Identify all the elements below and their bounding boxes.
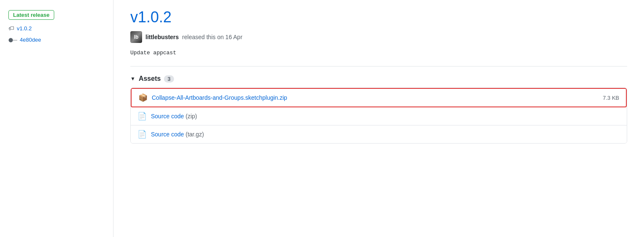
asset-left: 📄 Source code (tar.gz) <box>137 130 204 139</box>
asset-left: 📄 Source code (zip) <box>137 112 197 121</box>
tag-icon: 🏷 <box>8 25 14 32</box>
asset-row[interactable]: 📄 Source code (tar.gz) <box>131 125 627 143</box>
tag-link[interactable]: v1.0.2 <box>17 25 32 32</box>
latest-release-badge[interactable]: Latest release <box>8 10 54 20</box>
sidebar-commit-row: ⬤— 4e80dee <box>8 37 41 43</box>
release-author[interactable]: littlebusters <box>145 34 179 40</box>
asset-link-plugin[interactable]: Collapse-All-Artboards-and-Groups.sketch… <box>152 94 287 101</box>
asset-size: 7.3 KB <box>603 95 619 101</box>
main-content: v1.0.2 lb littlebusters released this on… <box>113 0 644 237</box>
release-title: v1.0.2 <box>130 8 627 26</box>
source-targz-icon: 📄 <box>137 130 147 139</box>
asset-link-source-targz[interactable]: Source code (tar.gz) <box>151 131 204 138</box>
asset-left: 📦 Collapse-All-Artboards-and-Groups.sket… <box>138 93 287 102</box>
sidebar: Latest release 🏷 v1.0.2 ⬤— 4e80dee <box>0 0 113 237</box>
release-meta: lb littlebusters released this on 16 Apr <box>130 31 627 43</box>
sidebar-tag-row: 🏷 v1.0.2 <box>8 25 32 32</box>
asset-row[interactable]: 📦 Collapse-All-Artboards-and-Groups.sket… <box>131 88 627 107</box>
commit-link[interactable]: 4e80dee <box>20 37 41 43</box>
section-divider <box>130 66 627 67</box>
assets-list: プラグインファイルのダウンロード 📦 Collapse-All-Artboard… <box>130 88 627 144</box>
source-zip-icon: 📄 <box>137 112 147 121</box>
assets-chevron-icon[interactable]: ▼ <box>130 76 135 82</box>
avatar: lb <box>130 31 142 43</box>
commit-icon: ⬤— <box>8 37 17 42</box>
release-description: Update appcast <box>130 50 627 56</box>
release-meta-text: released this on 16 Apr <box>182 34 242 40</box>
assets-label: Assets <box>139 75 161 83</box>
asset-link-source-zip[interactable]: Source code (zip) <box>151 113 197 120</box>
asset-row[interactable]: 📄 Source code (zip) <box>131 107 627 125</box>
assets-header: ▼ Assets 3 <box>130 75 627 83</box>
zip-package-icon: 📦 <box>138 93 148 102</box>
assets-count-badge: 3 <box>164 75 174 83</box>
